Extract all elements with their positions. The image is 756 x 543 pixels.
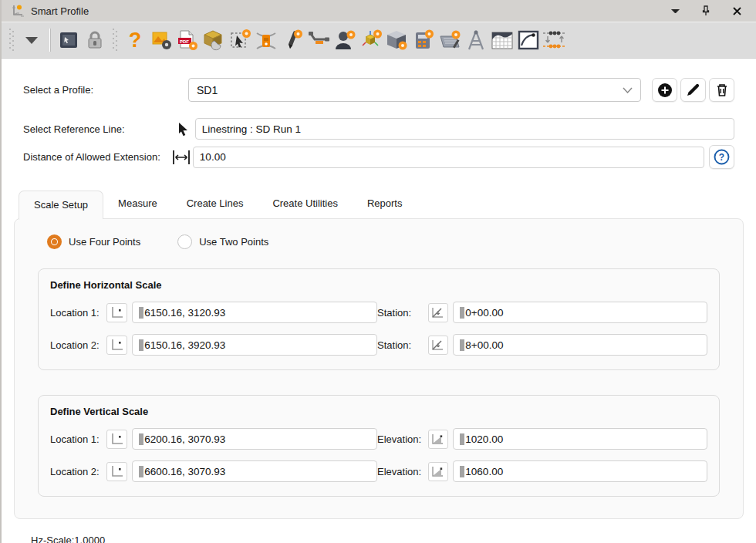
pin-icon[interactable] (699, 4, 713, 18)
location2-label: Location 2: (50, 339, 106, 351)
elevation1-input[interactable]: 1020.00 (453, 428, 707, 450)
pick-cursor-icon[interactable] (174, 122, 194, 137)
calculator-settings-icon[interactable] (410, 26, 437, 54)
drafting-compass-icon[interactable] (463, 26, 489, 54)
text-caret (139, 466, 143, 477)
tab-measure[interactable]: Measure (103, 190, 172, 218)
station2-input[interactable]: 8+00.00 (453, 334, 707, 356)
elevation2-input[interactable]: 1060.00 (453, 460, 707, 482)
elevation1-value: 1020.00 (465, 433, 503, 445)
location1-value: 6150.16, 3120.93 (144, 307, 225, 319)
help-button[interactable]: ? (709, 145, 734, 169)
vertical-group-title: Define Vertical Scale (50, 406, 707, 417)
toolbar: ? PDF (2, 22, 756, 59)
window-menu-chevron-icon[interactable] (668, 4, 682, 18)
location1-value: 6200.16, 3070.93 (144, 433, 225, 445)
define-horizontal-scale-group: Define Horizontal Scale Location 1: 6150… (38, 268, 720, 370)
pdf-export-settings-icon[interactable]: PDF (174, 26, 201, 54)
texture-box-icon[interactable] (201, 26, 227, 54)
toolbar-overflow-button[interactable] (19, 26, 45, 54)
add-profile-button[interactable] (652, 78, 677, 102)
location2-input[interactable]: 6600.16, 3070.93 (132, 460, 377, 482)
close-icon[interactable] (730, 4, 744, 18)
question-circle-icon: ? (714, 149, 730, 165)
distance-extent-icon (171, 149, 191, 166)
vertical-row-1: Location 1: 6200.16, 3070.93 Elevation: … (50, 428, 707, 450)
profile-combobox[interactable]: SD1 (188, 78, 641, 102)
station-markers-icon[interactable] (542, 26, 568, 54)
edit-profile-button[interactable] (680, 78, 706, 102)
pick-station-button[interactable] (428, 303, 449, 322)
station-icon (430, 339, 445, 352)
location1-input[interactable]: 6150.16, 3120.93 (132, 302, 377, 323)
tab-strip: Scale Setup Measure Create Lines Create … (19, 190, 756, 218)
toolbar-grip[interactable] (111, 27, 119, 53)
radio-use-two-points[interactable]: Use Two Points (177, 234, 268, 249)
pick-elevation-button[interactable] (428, 430, 449, 449)
titlebar: Smart Profile (2, 0, 756, 22)
select-reference-line-label: Select Reference Line: (23, 123, 174, 135)
form-area: Select a Profile: SD1 Select Reference L… (2, 59, 756, 169)
station2-value: 8+00.00 (465, 339, 503, 351)
surface-profile-chart-icon[interactable] (489, 26, 515, 54)
image-settings-icon[interactable] (148, 26, 174, 54)
reference-line-input[interactable]: Linestring : SD Run 1 (195, 118, 734, 140)
solid-cube-settings-icon[interactable] (384, 26, 410, 54)
tab-scale-setup[interactable]: Scale Setup (19, 191, 103, 219)
station1-value: 0+00.00 (465, 307, 503, 319)
tab-create-lines[interactable]: Create Lines (172, 190, 258, 218)
station1-input[interactable]: 0+00.00 (453, 302, 707, 323)
text-caret (139, 339, 143, 351)
elevation2-value: 1060.00 (465, 466, 503, 477)
horizontal-row-1: Location 1: 6150.16, 3120.93 Station: 0+… (50, 302, 707, 323)
draw-pen-settings-icon[interactable] (279, 26, 305, 54)
user-settings-icon[interactable] (332, 26, 358, 54)
drawing-sheet-settings-icon[interactable] (437, 26, 463, 54)
trash-icon (715, 83, 729, 97)
station-icon (430, 306, 445, 319)
elevation1-label: Elevation: (377, 433, 428, 445)
radio-four-points-label: Use Four Points (69, 236, 140, 248)
horizontal-row-2: Location 2: 6150.16, 3920.93 Station: 8+… (50, 334, 707, 356)
pick-location-button[interactable] (106, 303, 127, 322)
elevation2-label: Elevation: (377, 466, 428, 477)
curve-view-icon[interactable] (515, 26, 542, 54)
selection-settings-icon[interactable] (227, 26, 253, 54)
location1-label: Location 1: (50, 307, 106, 319)
text-caret (460, 339, 464, 351)
pick-location-button[interactable] (106, 462, 127, 481)
scale-readouts: Hz-Scale:1.0000 Vt-Scale:0.1000 (2, 519, 756, 543)
distance-extension-input[interactable]: 10.00 (193, 147, 704, 168)
pick-station-button[interactable] (428, 336, 449, 355)
distance-extension-label: Distance of Allowed Extension: (23, 151, 171, 163)
location1-input[interactable]: 6200.16, 3070.93 (132, 428, 377, 450)
station2-label: Station: (377, 339, 428, 351)
radio-use-four-points[interactable]: Use Four Points (47, 234, 140, 249)
window-title: Smart Profile (31, 5, 89, 17)
pick-location-button[interactable] (106, 430, 127, 449)
delete-profile-button[interactable] (709, 78, 734, 102)
profile-value: SD1 (197, 84, 218, 96)
radio-unselected-icon[interactable] (177, 234, 192, 249)
location2-value: 6150.16, 3920.93 (144, 339, 225, 351)
define-vertical-scale-group: Define Vertical Scale Location 1: 6200.1… (38, 395, 720, 497)
tab-create-utilities[interactable]: Create Utilities (258, 190, 353, 218)
pick-location-button[interactable] (106, 336, 127, 355)
scanner-station-icon[interactable] (253, 26, 279, 54)
location2-input[interactable]: 6150.16, 3920.93 (132, 334, 377, 356)
radio-selected-icon[interactable] (47, 234, 62, 249)
axis-model-settings-icon[interactable] (358, 26, 384, 54)
plus-icon (657, 83, 673, 98)
lock-button[interactable] (82, 26, 108, 54)
tab-reports[interactable]: Reports (353, 190, 417, 218)
screen-capture-button[interactable] (56, 26, 82, 54)
pick-location-icon (110, 433, 124, 446)
toolbar-grip[interactable] (8, 27, 15, 53)
smart-profile-app-icon (11, 4, 25, 18)
pipe-fitting-icon[interactable] (305, 26, 332, 54)
pick-elevation-button[interactable] (428, 462, 449, 481)
help-icon[interactable]: ? (122, 26, 148, 54)
text-caret (139, 433, 143, 445)
select-profile-label: Select a Profile: (23, 84, 188, 96)
svg-text:?: ? (719, 152, 724, 163)
